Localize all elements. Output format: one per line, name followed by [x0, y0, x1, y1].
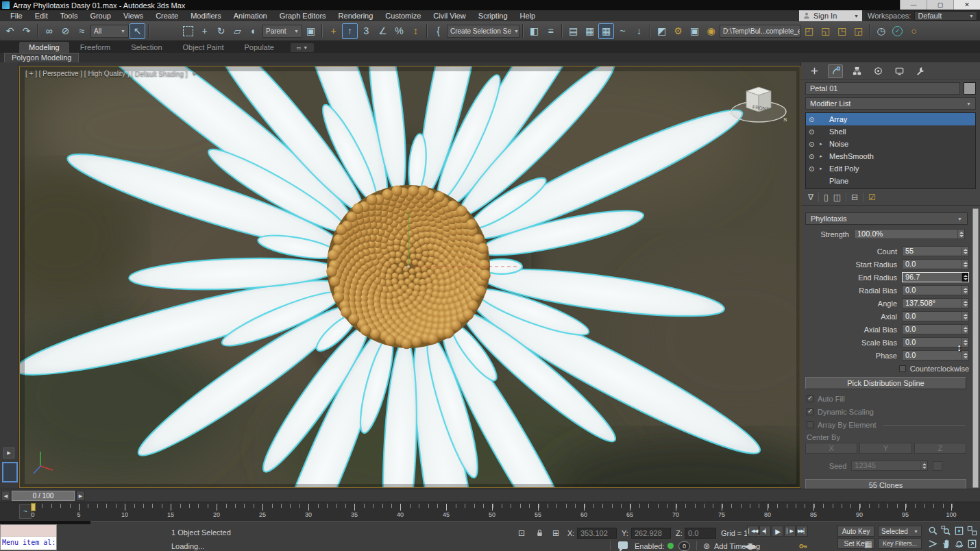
strength-spinner[interactable]: 100.0% [854, 229, 965, 239]
percent-snap-icon[interactable]: % [391, 23, 407, 39]
schematic-view-icon[interactable]: ↓ [631, 23, 647, 39]
viewport-menu-icon[interactable]: ▼ [192, 71, 197, 77]
menu-views[interactable]: Views [117, 10, 149, 21]
visibility-eye-icon[interactable]: ⊙ [809, 116, 819, 123]
go-to-end-icon[interactable]: ▶▶▏ [796, 526, 808, 537]
menu-civil-view[interactable]: Civil View [427, 10, 471, 21]
menu-scripting[interactable]: Scripting [472, 10, 514, 21]
x-coordinate-field[interactable]: 353.102 [577, 528, 617, 539]
spinner-arrows-icon[interactable] [961, 286, 968, 295]
maximize-icon[interactable]: ▢ [927, 0, 953, 10]
zoom-extents-icon[interactable] [953, 524, 966, 537]
configure-modifier-sets-icon[interactable]: ☑ [868, 193, 876, 202]
spinner-arrows-icon[interactable] [961, 247, 968, 256]
expand-arrow-icon[interactable]: ► [819, 167, 826, 171]
close-icon[interactable]: ✕ [953, 0, 980, 10]
align-icon[interactable]: ≡ [543, 23, 559, 39]
play-icon[interactable]: ▶ [772, 526, 783, 537]
bind-spacewarp-icon[interactable]: ≈ [74, 23, 90, 39]
next-frame-arrow-icon[interactable]: ▶ [76, 491, 85, 501]
select-link-icon[interactable]: ∞ [41, 23, 57, 39]
angle-snap-icon[interactable]: ∠ [375, 23, 391, 39]
object-color-swatch[interactable] [964, 82, 976, 95]
time-slider-handle[interactable]: 0 / 100 [12, 491, 75, 501]
help-pin-icon[interactable]: ○ [906, 23, 922, 39]
key-mode-toggle-icon[interactable]: ◀▶ [746, 540, 755, 551]
menu-modifiers[interactable]: Modifiers [184, 10, 228, 21]
hierarchy-tab[interactable] [849, 64, 864, 78]
make-unique-icon[interactable]: ◫ [833, 193, 841, 202]
phyllotaxis-rollout[interactable]: Phyllotaxis ▼ [805, 212, 968, 225]
stack-row-noise[interactable]: ⊙►Noise [806, 138, 975, 150]
z-coordinate-field[interactable]: 0.0 [685, 528, 716, 539]
zoom-all-icon[interactable] [940, 524, 953, 537]
menu-tools[interactable]: Tools [54, 10, 84, 21]
snap-3d-icon[interactable]: 3 [358, 23, 374, 39]
utilities-tab[interactable] [913, 64, 928, 78]
ribbon-tab-modeling[interactable]: Modeling [19, 42, 69, 53]
ribbon-overflow-icon[interactable]: ▭▼ [291, 43, 314, 52]
render-history-icon[interactable]: ◷ [873, 23, 889, 39]
import-scene-icon[interactable]: ◳ [834, 23, 850, 39]
mini-curve-editor-icon[interactable]: ~ [19, 504, 32, 519]
seed-randomize-button[interactable] [933, 461, 942, 471]
sign-in-button[interactable]: Sign In ▼ [799, 10, 862, 21]
expand-arrow-icon[interactable]: ► [819, 142, 826, 146]
modifier-list-dropdown[interactable]: Modifier List ▼ [805, 97, 976, 110]
go-to-start-icon[interactable]: ▏◀◀ [747, 526, 759, 537]
zoom-extents-all-icon[interactable] [966, 524, 979, 537]
use-pivot-center-icon[interactable]: ▣ [303, 23, 319, 39]
stack-row-plane[interactable]: Plane [806, 175, 975, 187]
display-tab[interactable] [892, 64, 907, 78]
create-tab[interactable] [807, 64, 822, 78]
notification-badge[interactable]: 0 [678, 541, 690, 551]
dynamic-scaling-checkbox[interactable] [807, 408, 813, 415]
selection-lock-icon[interactable] [533, 527, 546, 539]
select-region-icon[interactable] [180, 23, 196, 39]
time-tag-icon[interactable]: ⊛ [700, 540, 713, 551]
pan-icon[interactable] [940, 537, 953, 550]
absolute-mode-icon[interactable]: ⊞ [550, 527, 562, 539]
spinner-arrows-icon[interactable] [961, 299, 968, 308]
counterclockwise-checkbox[interactable] [899, 365, 906, 372]
visibility-eye-icon[interactable]: ⊙ [809, 165, 819, 173]
center-by-x-button[interactable]: X [805, 443, 857, 454]
pick-distribution-spline-button[interactable]: Pick Distribution Spline [805, 377, 966, 389]
select-scale-icon[interactable]: ▱ [230, 23, 245, 39]
expand-arrow-icon[interactable]: ► [819, 154, 826, 158]
ribbon-toggle-icon[interactable]: ▦ [598, 23, 614, 39]
axial-bias-spinner[interactable]: 0.0 [902, 324, 969, 334]
auto-key-button[interactable]: Auto Key [837, 526, 874, 537]
select-object-icon[interactable]: ↖ [130, 23, 145, 39]
snaps-cross-icon[interactable]: + [326, 23, 341, 39]
next-frame-icon[interactable]: ▏▶ [784, 526, 796, 537]
axial-spinner[interactable]: 0.0 [902, 311, 969, 321]
workspace-dropdown[interactable]: Default ▼ [914, 11, 977, 21]
stack-row-meshsmooth[interactable]: ⊙►MeshSmooth [806, 150, 975, 162]
ribbon-tab-freeform[interactable]: Freeform [71, 42, 121, 53]
zoom-icon[interactable] [927, 524, 940, 537]
menu-create[interactable]: Create [149, 10, 184, 21]
y-coordinate-field[interactable]: 262.928 [631, 528, 671, 539]
key-mode-dropdown[interactable]: Selected ▼ [878, 526, 922, 537]
spinner-arrows-icon[interactable] [961, 338, 968, 347]
menu-rendering[interactable]: Rendering [332, 10, 380, 21]
visibility-eye-icon[interactable]: ⊙ [809, 128, 819, 136]
modify-tab[interactable] [828, 64, 843, 78]
ribbon-tab-selection[interactable]: Selection [121, 42, 171, 53]
menu-customize[interactable]: Customize [379, 10, 427, 21]
menu-help[interactable]: Help [514, 10, 542, 21]
spinner-arrows-icon[interactable] [961, 260, 968, 269]
undo-icon[interactable]: ↶ [2, 23, 18, 39]
snaps-toggle-icon[interactable]: ↑ [342, 23, 358, 39]
expand-dock-icon[interactable]: ▶ [3, 448, 14, 458]
show-end-result-icon[interactable]: ▯ [824, 193, 829, 202]
visibility-eye-icon[interactable]: ⊙ [809, 153, 819, 160]
isolate-selection-icon[interactable]: ⊡ [515, 527, 528, 539]
project-folder-dropdown[interactable]: D:\Temp\Bul...complete_exe▼ [720, 25, 800, 38]
cloud-check-icon[interactable]: ✓ [890, 23, 905, 39]
material-editor-icon[interactable]: ◩ [654, 23, 670, 39]
panel-scrollbar[interactable] [972, 208, 979, 488]
render-setup-icon[interactable]: ⚙ [670, 23, 686, 39]
spinner-arrows-icon[interactable] [920, 461, 927, 470]
